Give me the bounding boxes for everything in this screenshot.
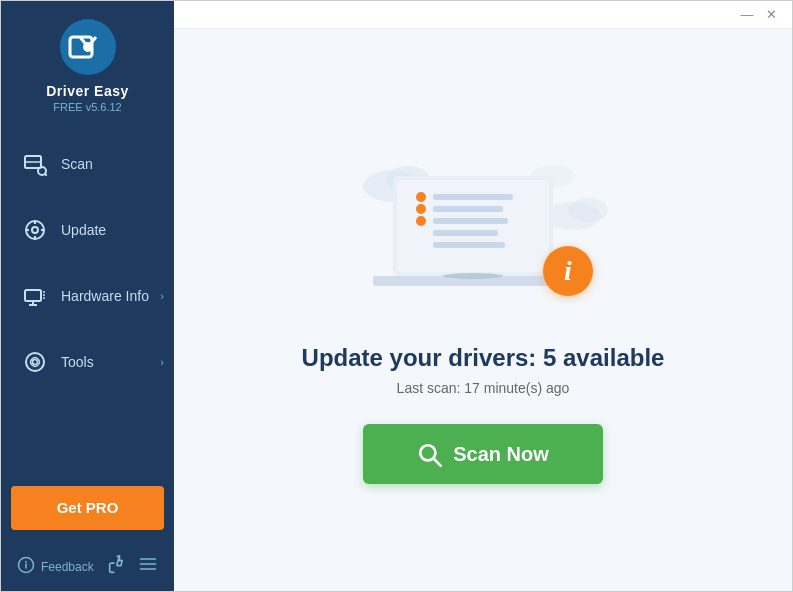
sidebar-item-scan-label: Scan [61, 156, 93, 172]
sidebar-logo: Driver Easy FREE v5.6.12 [1, 1, 174, 127]
svg-point-40 [416, 204, 426, 214]
svg-point-20 [33, 360, 38, 365]
sidebar-item-update[interactable]: Update [1, 197, 174, 263]
svg-point-41 [416, 216, 426, 226]
tools-nav-icon [21, 348, 49, 376]
sidebar-footer: Get PRO Feedback [1, 486, 174, 592]
svg-point-39 [416, 192, 426, 202]
svg-line-45 [434, 458, 441, 465]
hardware-info-arrow-icon: › [160, 290, 164, 302]
get-pro-button[interactable]: Get PRO [11, 486, 164, 530]
tools-arrow-icon: › [160, 356, 164, 368]
laptop-illustration: i [353, 136, 613, 316]
sidebar: Driver Easy FREE v5.6.12 Scan [1, 1, 174, 592]
svg-line-6 [45, 174, 47, 176]
sidebar-item-scan[interactable]: Scan [1, 131, 174, 197]
svg-rect-38 [433, 242, 505, 248]
main-content: i Update your drivers: 5 available Last … [174, 29, 792, 591]
scan-search-icon [417, 440, 443, 467]
close-button[interactable]: ✕ [762, 6, 780, 24]
thumbs-up-icon[interactable] [108, 554, 128, 579]
svg-rect-34 [433, 194, 513, 200]
svg-rect-36 [433, 218, 508, 224]
scan-now-button[interactable]: Scan Now [363, 424, 603, 483]
sidebar-item-update-label: Update [61, 222, 106, 238]
last-scan-text: Last scan: 17 minute(s) ago [397, 380, 570, 396]
svg-point-8 [32, 227, 38, 233]
app-logo-icon [60, 19, 116, 75]
sidebar-item-hardware-info-label: Hardware Info [61, 288, 149, 304]
list-icon[interactable] [138, 554, 158, 579]
scan-nav-icon [21, 150, 49, 178]
sidebar-nav: Scan Update [1, 131, 174, 486]
app-title: Driver Easy [46, 83, 129, 99]
svg-point-43 [443, 273, 503, 279]
svg-rect-35 [433, 206, 503, 212]
hardware-info-nav-icon [21, 282, 49, 310]
sidebar-bottom-row: Feedback [1, 546, 174, 583]
sidebar-item-tools[interactable]: Tools › [1, 329, 174, 395]
svg-point-19 [26, 353, 44, 371]
app-version: FREE v5.6.12 [53, 101, 121, 113]
svg-rect-37 [433, 230, 498, 236]
svg-point-2 [83, 42, 93, 52]
svg-rect-13 [25, 290, 41, 301]
svg-point-30 [568, 198, 608, 222]
update-nav-icon [21, 216, 49, 244]
feedback-label: Feedback [41, 560, 94, 574]
main-titlebar: — ✕ [174, 1, 792, 29]
minimize-button[interactable]: — [738, 6, 756, 24]
sidebar-item-tools-label: Tools [61, 354, 94, 370]
main-heading: Update your drivers: 5 available [302, 344, 665, 372]
feedback-icon [17, 556, 35, 578]
main-area: — ✕ [174, 1, 792, 591]
sidebar-item-hardware-info[interactable]: Hardware Info › [1, 263, 174, 329]
feedback-item[interactable]: Feedback [17, 556, 94, 578]
scan-now-label: Scan Now [453, 443, 549, 466]
